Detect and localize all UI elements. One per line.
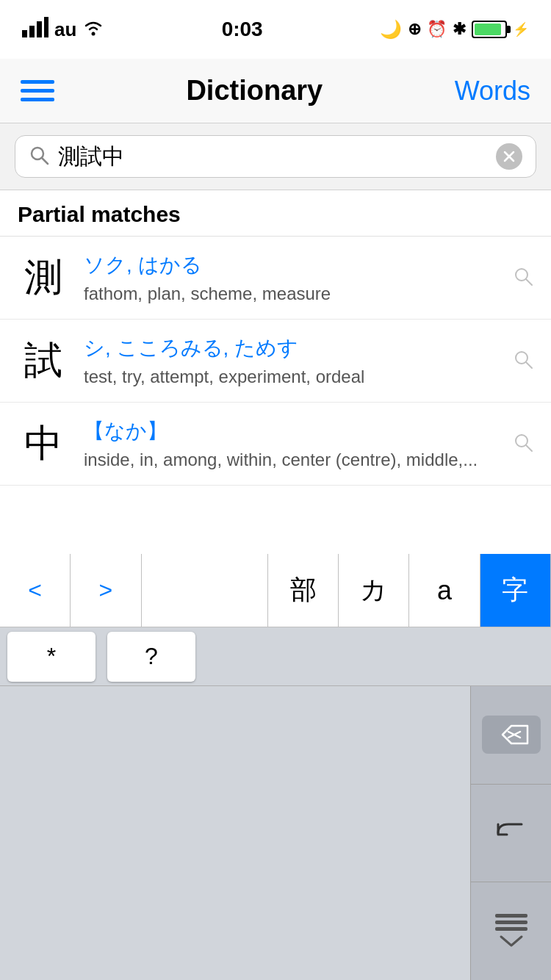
carrier-label: au [54, 18, 76, 41]
kb-tab-forward[interactable]: > [71, 554, 141, 627]
kb-tab-back[interactable]: < [0, 554, 71, 627]
keyboard-side-controls [470, 686, 551, 980]
nav-bar: Dictionary Words [0, 59, 551, 123]
result-kanji: 中 [18, 418, 69, 469]
svg-line-6 [42, 158, 48, 164]
keyboard-area: < > 部 カ a 字 * ? [0, 554, 551, 980]
result-kanji: 試 [18, 335, 69, 386]
words-button[interactable]: Words [455, 76, 530, 107]
wildcard-question-key[interactable]: ? [107, 632, 195, 682]
signal-bars [22, 17, 48, 43]
alarm-icon: ⏰ [427, 20, 447, 39]
status-bar: au 0:03 🌙 ⊕ ⏰ ✱ ⚡ [0, 0, 551, 59]
status-time: 0:03 [222, 18, 263, 41]
result-content: ソク, はかる fathom, plan, scheme, measure [84, 251, 505, 304]
search-bar: 測試中 [0, 123, 551, 190]
charging-icon: ⚡ [513, 21, 529, 37]
undo-button[interactable] [471, 785, 551, 883]
result-content: シ, こころみる, ためす test, try, attempt, experi… [84, 334, 505, 387]
results-spacer [0, 486, 551, 530]
status-left: au [22, 17, 104, 43]
svg-line-14 [526, 445, 532, 451]
result-meaning: test, try, attempt, experiment, ordeal [84, 367, 505, 387]
result-reading: ソク, はかる [84, 251, 505, 279]
keyboard-drawing-area[interactable] [0, 686, 470, 980]
keyboard-main-area [0, 686, 551, 980]
svg-rect-2 [37, 21, 42, 37]
search-input-wrapper: 測試中 [15, 135, 536, 178]
search-input[interactable]: 測試中 [58, 145, 487, 167]
result-content: 【なか】 inside, in, among, within, center (… [84, 417, 505, 470]
back-label: < [28, 577, 42, 604]
backspace-button[interactable] [471, 686, 551, 785]
status-right: 🌙 ⊕ ⏰ ✱ ⚡ [380, 19, 529, 40]
lock-icon: ⊕ [408, 20, 421, 39]
wifi-icon [82, 18, 104, 41]
result-item[interactable]: 試 シ, こころみる, ためす test, try, attempt, expe… [0, 320, 551, 403]
svg-rect-3 [44, 17, 48, 37]
wildcard-star-key[interactable]: * [7, 632, 96, 682]
results-section: Partial matches 測 ソク, はかる fathom, plan, … [0, 190, 551, 486]
svg-line-10 [526, 279, 532, 285]
result-item[interactable]: 測 ソク, はかる fathom, plan, scheme, measure [0, 237, 551, 320]
search-lookup-icon[interactable] [513, 349, 533, 372]
kb-tab-empty [142, 554, 268, 627]
wildcard-question-label: ? [145, 643, 158, 670]
forward-label: > [99, 577, 113, 604]
search-lookup-icon[interactable] [513, 266, 533, 289]
bushu-label: 部 [290, 572, 317, 608]
hide-keyboard-icon [495, 914, 527, 948]
kb-tab-kanji[interactable]: 字 [480, 554, 551, 627]
svg-line-12 [526, 362, 532, 368]
svg-point-4 [92, 32, 96, 35]
search-icon [29, 145, 49, 168]
kb-tab-alpha[interactable]: a [409, 554, 480, 627]
result-reading: 【なか】 [84, 417, 505, 445]
result-meaning: fathom, plan, scheme, measure [84, 284, 505, 304]
section-header: Partial matches [0, 190, 551, 237]
result-item[interactable]: 中 【なか】 inside, in, among, within, center… [0, 403, 551, 486]
search-lookup-icon[interactable] [513, 432, 533, 455]
wildcard-star-label: * [47, 643, 56, 670]
kanji-label: 字 [502, 572, 528, 608]
result-kanji: 測 [18, 252, 69, 303]
svg-line-7 [505, 152, 514, 161]
moon-icon: 🌙 [380, 19, 402, 40]
bluetooth-icon: ✱ [453, 20, 466, 39]
kb-tab-bushu[interactable]: 部 [268, 554, 339, 627]
kb-tab-katakana[interactable]: カ [339, 554, 409, 627]
wildcard-row: * ? [0, 627, 551, 686]
svg-rect-1 [29, 26, 35, 37]
katakana-label: カ [360, 572, 387, 608]
page-title: Dictionary [186, 75, 323, 107]
svg-rect-0 [22, 30, 27, 37]
search-clear-button[interactable] [496, 143, 522, 170]
keyboard-tabs: < > 部 カ a 字 [0, 554, 551, 627]
battery-icon [472, 21, 507, 38]
svg-line-8 [505, 152, 514, 161]
result-meaning: inside, in, among, within, center (centr… [84, 450, 505, 470]
menu-button[interactable] [21, 80, 54, 101]
result-reading: シ, こころみる, ためす [84, 334, 505, 362]
hide-keyboard-button[interactable] [471, 882, 551, 980]
alpha-label: a [437, 575, 452, 606]
